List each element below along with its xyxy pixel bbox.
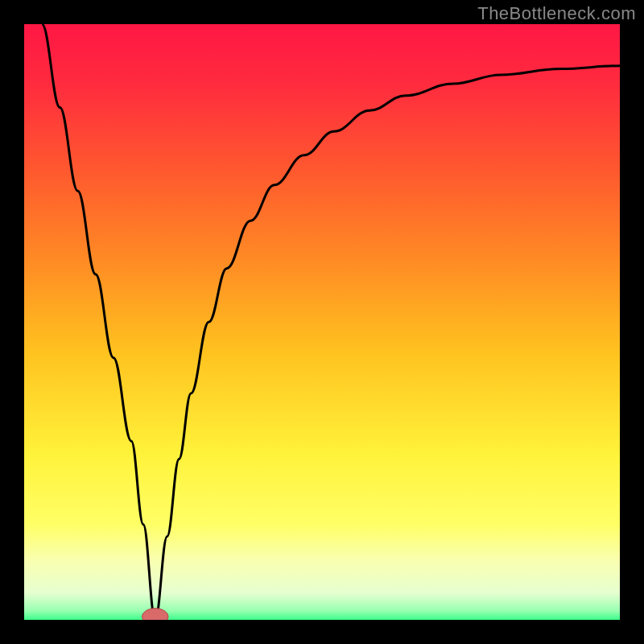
chart-frame: TheBottleneck.com	[0, 0, 644, 644]
plot-area	[24, 24, 620, 620]
gradient-background	[24, 24, 620, 620]
plot-svg	[24, 24, 620, 620]
watermark-text: TheBottleneck.com	[477, 3, 636, 24]
